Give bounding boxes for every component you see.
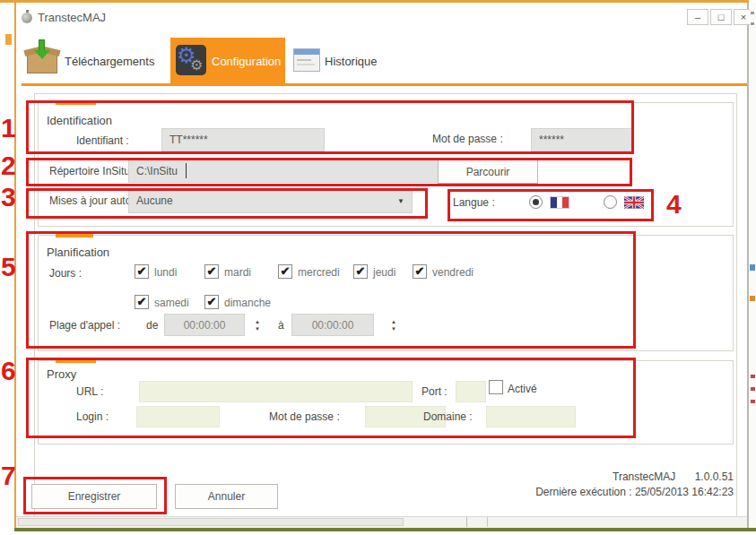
planification-groupbox <box>38 235 734 351</box>
langue-radio-francais[interactable] <box>529 195 543 209</box>
maj-auto-dropdown[interactable]: Aucune ▼ <box>128 189 413 213</box>
parcourir-button[interactable]: Parcourir <box>438 160 538 184</box>
time-from-field[interactable] <box>164 314 245 336</box>
sliver-fragment <box>751 375 755 378</box>
spinner-down-icon[interactable]: ▼ <box>391 326 396 332</box>
minimize-button[interactable]: – <box>687 9 708 25</box>
uk-flag-icon[interactable] <box>624 196 644 209</box>
checkbox-vendredi[interactable]: ✔ <box>413 264 427 279</box>
proxy-accent-bar <box>56 358 96 363</box>
tab-historique[interactable]: Historique <box>289 38 395 83</box>
checkbox-samedi[interactable]: ✔ <box>135 295 149 309</box>
text-caret <box>186 163 187 178</box>
tabstrip-underline <box>22 83 747 86</box>
password-label: Mot de passe : <box>432 133 503 145</box>
port-field[interactable] <box>456 381 486 402</box>
window-title: TranstecMAJ <box>38 11 106 24</box>
checkbox-dimanche[interactable]: ✔ <box>204 295 219 309</box>
annotation-number-2: 2 <box>1 152 16 179</box>
app-icon-nub <box>26 10 29 13</box>
window-bottom-border <box>14 528 756 531</box>
checkmark-icon: ✔ <box>356 264 366 278</box>
sliver-fragment <box>751 12 754 14</box>
login-field[interactable] <box>136 406 220 427</box>
checkmark-icon: ✔ <box>415 264 425 278</box>
day-label-mercredi: mercredi <box>298 266 340 279</box>
footer-version-line: TranstecMAJ 1.0.0.51 <box>448 470 734 483</box>
time-to-spinner[interactable]: ▲ ▼ <box>387 314 400 336</box>
gears-icon: ⚙ ⚙ <box>176 45 206 75</box>
checkbox-mardi[interactable]: ✔ <box>204 264 219 279</box>
tab-configuration[interactable]: ⚙ ⚙ Configuration <box>170 38 285 83</box>
login-label: Login : <box>76 410 109 423</box>
footer-last-run: Dernière exécution : 25/05/2013 16:42:23 <box>448 486 734 498</box>
a-label: à <box>278 319 284 332</box>
tab-telechargements-label: Téléchargements <box>65 55 154 68</box>
annotation-number-3: 3 <box>1 184 16 211</box>
jours-label: Jours : <box>49 267 82 280</box>
identification-accent-bar <box>56 100 96 105</box>
checkmark-icon: ✔ <box>207 295 217 308</box>
checkbox-active[interactable] <box>489 380 503 394</box>
tab-configuration-label: Configuration <box>212 55 281 68</box>
scrollbar-divider <box>466 517 467 527</box>
save-button[interactable]: Enregistrer <box>31 484 157 509</box>
spinner-up-icon[interactable]: ▲ <box>391 319 396 324</box>
identifiant-field[interactable] <box>161 128 325 151</box>
domaine-label: Domaine : <box>423 410 473 423</box>
annotation-number-7: 7 <box>1 462 16 489</box>
checkbox-lundi[interactable]: ✔ <box>135 264 149 279</box>
time-to-field[interactable] <box>291 314 374 336</box>
spinner-down-icon[interactable]: ▼ <box>255 326 260 332</box>
footer-version: 1.0.0.51 <box>695 470 734 483</box>
checkbox-mercredi[interactable]: ✔ <box>278 264 292 279</box>
history-window-icon <box>293 48 320 72</box>
checkbox-jeudi[interactable]: ✔ <box>353 264 368 279</box>
langue-radio-english[interactable] <box>604 195 617 209</box>
password-field[interactable] <box>531 128 632 151</box>
day-label-lundi: lundi <box>154 266 177 279</box>
checkmark-icon: ✔ <box>207 264 217 278</box>
port-label: Port : <box>421 385 448 398</box>
history-window-titlebar-icon <box>294 49 319 55</box>
time-from-spinner[interactable]: ▲ ▼ <box>251 314 264 336</box>
url-field[interactable] <box>139 381 413 402</box>
annotation-number-1: 1 <box>1 115 16 142</box>
scrollbar-divider <box>487 517 488 527</box>
footer-app-name: TranstecMAJ <box>613 470 675 483</box>
gear-small-icon: ⚙ <box>190 56 203 73</box>
day-label-jeudi: jeudi <box>373 266 395 279</box>
langue-label: Langue : <box>453 196 495 209</box>
sliver-fragment <box>750 296 755 301</box>
maximize-button[interactable]: □ <box>710 9 732 25</box>
day-label-mardi: mardi <box>224 266 251 279</box>
cancel-button[interactable]: Annuler <box>175 484 278 509</box>
maj-auto-label: Mises à jour auto : <box>49 194 137 207</box>
repertoire-label: Répertoire InSitu : <box>49 165 136 177</box>
maj-auto-selected-value: Aucune <box>136 194 173 207</box>
tab-historique-label: Historique <box>325 55 378 68</box>
radio-selected-dot <box>533 199 539 205</box>
sliver-fragment <box>750 264 755 271</box>
history-window-line-icon <box>297 59 311 61</box>
repertoire-field[interactable] <box>128 160 439 183</box>
sliver-fragment <box>751 400 755 403</box>
app-icon <box>22 13 32 23</box>
scrollbar-thumb[interactable] <box>18 518 404 526</box>
french-flag-icon[interactable] <box>550 196 569 209</box>
window-top-border <box>0 0 749 3</box>
screenshot-canvas: TranstecMAJ – □ × Téléchargements ⚙ ⚙ Co… <box>0 0 756 535</box>
window-right-border <box>747 3 749 529</box>
checkmark-icon: ✔ <box>281 264 291 278</box>
sliver-fragment <box>751 387 755 391</box>
sliver-fragment <box>751 22 754 25</box>
history-window-line2-icon <box>297 64 315 65</box>
day-label-samedi: samedi <box>154 297 189 309</box>
identification-title: Identification <box>47 114 112 127</box>
domaine-field[interactable] <box>486 406 576 427</box>
day-label-dimanche: dimanche <box>224 297 271 309</box>
plage-appel-label: Plage d'appel : <box>49 319 120 332</box>
chevron-down-icon: ▼ <box>397 190 404 212</box>
spinner-up-icon[interactable]: ▲ <box>255 319 260 324</box>
tab-telechargements[interactable]: Téléchargements <box>22 38 170 83</box>
